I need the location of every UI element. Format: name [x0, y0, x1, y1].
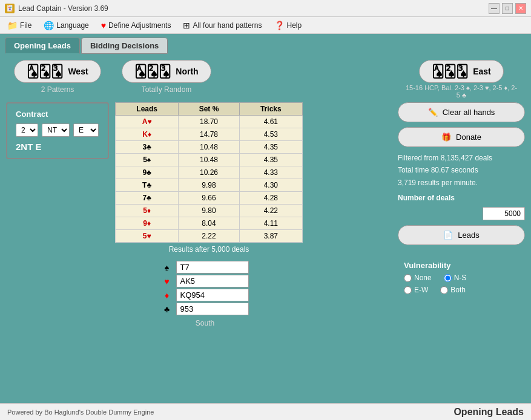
west-patterns: 2 Patterns: [41, 85, 74, 94]
vuln-ns-radio[interactable]: [444, 274, 452, 282]
south-clubs-row: ♣: [162, 303, 249, 315]
file-icon: 📁: [7, 21, 18, 30]
menu-language-label: Language: [56, 21, 88, 30]
title-bar: 🃏 Lead Captain - Version 3.69 — □ ✕: [0, 0, 531, 17]
set-pct-cell: 10.48: [179, 141, 239, 154]
number-of-deals-input[interactable]: [483, 207, 525, 220]
set-pct-cell: 9.98: [179, 179, 239, 192]
south-hearts-row: ♥: [162, 275, 249, 287]
menu-all-four-patterns[interactable]: ⊞ All four hand patterns: [178, 19, 266, 31]
lead-cell: 5♦: [116, 205, 179, 217]
table-row: T♣ 9.98 4.30: [116, 179, 303, 192]
contract-label: Contract: [16, 110, 48, 119]
lead-cell: 9♦: [116, 217, 179, 230]
vuln-both-radio[interactable]: [440, 286, 448, 294]
menu-adjustments-label: Define Adjustments: [108, 21, 171, 30]
donate-icon: 🎁: [441, 133, 451, 142]
footer-right-text: Opening Leads: [453, 407, 524, 418]
maximize-button[interactable]: □: [502, 3, 513, 14]
vuln-both-option[interactable]: Both: [440, 286, 466, 294]
main-content: 🂡🂢🂣 West 2 Patterns 🂡🂢🂣 North Totally Ra…: [0, 54, 531, 327]
west-cards-icon: 🂡🂢🂣: [27, 64, 63, 79]
menu-help-label: Help: [287, 21, 302, 30]
minimize-button[interactable]: —: [489, 3, 500, 14]
vuln-ew-label: E-W: [414, 286, 428, 294]
tricks-cell: 4.22: [239, 205, 302, 217]
north-label: North: [176, 67, 198, 76]
donate-button[interactable]: 🎁 Donate: [398, 127, 525, 147]
lead-cell: 5♥: [116, 230, 179, 243]
contract-direction-select[interactable]: N E S W: [73, 123, 99, 137]
set-pct-cell: 9.80: [179, 205, 239, 217]
vuln-ew-option[interactable]: E-W: [404, 286, 428, 294]
contract-level-select[interactable]: 1 2 3 4 5 6 7: [16, 123, 38, 137]
tricks-cell: 4.33: [239, 166, 302, 179]
leads-label: Leads: [458, 231, 479, 240]
south-diamonds-input[interactable]: [176, 289, 249, 301]
lead-cell: T♣: [116, 179, 179, 192]
clear-all-hands-button[interactable]: ✏️ Clear all hands: [398, 102, 525, 122]
table-container: Leads Set % Tricks A♥ 18.70 4.61 K♦ 14.7…: [115, 102, 303, 254]
menu-bar: 📁 File 🌐 Language ♥ Define Adjustments ⊞…: [0, 17, 531, 34]
club-symbol: ♣: [162, 304, 173, 314]
donate-label: Donate: [456, 133, 481, 142]
west-button[interactable]: 🂡🂢🂣 West: [14, 60, 101, 83]
set-pct-cell: 10.26: [179, 166, 239, 179]
south-spades-input[interactable]: [176, 261, 249, 274]
leads-button[interactable]: 📄 Leads: [398, 225, 525, 245]
tab-opening-leads[interactable]: Opening Leads: [5, 38, 80, 54]
spade-symbol: ♠: [162, 263, 173, 272]
vulnerability-label: Vulnerability: [404, 261, 519, 270]
menu-help[interactable]: ❓ Help: [269, 19, 307, 31]
north-button[interactable]: 🂡🂢🂣 North: [122, 60, 211, 83]
lead-cell: K♦: [116, 128, 179, 141]
menu-language[interactable]: 🌐 Language: [39, 19, 93, 31]
results-rate-text: 3,719 results per minute.: [398, 177, 525, 189]
table-row: 9♦ 8.04 4.11: [116, 217, 303, 230]
contract-suit-select[interactable]: ♣ ♦ ♥ ♠ NT: [42, 123, 70, 137]
tricks-cell: 4.30: [239, 179, 302, 192]
title-bar-controls: — □ ✕: [489, 3, 526, 14]
vuln-ns-option[interactable]: N-S: [444, 274, 467, 282]
vuln-none-option[interactable]: None: [404, 274, 432, 282]
south-label: South: [196, 319, 214, 327]
menu-file-label: File: [20, 21, 31, 30]
filtered-deals-text: Filtered from 8,135,427 deals: [398, 152, 525, 164]
col-leads-header: Leads: [116, 103, 179, 116]
help-icon: ❓: [274, 21, 285, 30]
lead-cell: 7♣: [116, 192, 179, 205]
menu-define-adjustments[interactable]: ♥ Define Adjustments: [96, 19, 176, 31]
menu-patterns-label: All four hand patterns: [193, 21, 262, 30]
south-hearts-input[interactable]: [176, 275, 249, 287]
vuln-none-radio[interactable]: [404, 274, 412, 282]
east-label: East: [473, 67, 491, 76]
south-clubs-input[interactable]: [176, 303, 249, 315]
deals-row: Number of deals: [398, 194, 525, 202]
table-row: 5♦ 9.80 4.22: [116, 205, 303, 217]
west-label: West: [68, 67, 88, 76]
hands-row: 🂡🂢🂣 West 2 Patterns 🂡🂢🂣 North Totally Ra…: [6, 60, 525, 99]
table-row: 7♣ 9.66 4.28: [116, 192, 303, 205]
heart-symbol: ♥: [162, 277, 173, 286]
close-button[interactable]: ✕: [515, 3, 526, 14]
middle-row: Contract 1 2 3 4 5 6 7 ♣ ♦ ♥: [6, 102, 525, 254]
clear-all-hands-label: Clear all hands: [443, 108, 495, 117]
table-row: A♥ 18.70 4.61: [116, 116, 303, 128]
menu-file[interactable]: 📁 File: [2, 19, 36, 31]
leads-icon: 📄: [443, 231, 453, 240]
col-set-header: Set %: [179, 103, 239, 116]
north-patterns: Totally Random: [142, 85, 192, 94]
south-section: ♠ ♥ ♦ ♣ South: [162, 261, 249, 327]
table-row: 5♥ 2.22 3.87: [116, 230, 303, 243]
east-button[interactable]: 🂡🂢🂣 East: [419, 60, 504, 83]
col-tricks-header: Tricks: [239, 103, 302, 116]
tricks-cell: 4.35: [239, 154, 302, 166]
app-icon: 🃏: [5, 4, 15, 13]
tab-bidding-decisions[interactable]: Bidding Decisions: [81, 38, 168, 54]
table-row: 5♠ 10.48 4.35: [116, 154, 303, 166]
total-time-text: Total time 80.67 seconds: [398, 164, 525, 176]
results-label: Results after 5,000 deals: [115, 245, 303, 254]
right-panel: ✏️ Clear all hands 🎁 Donate Filtered fro…: [398, 102, 525, 254]
vuln-ew-radio[interactable]: [404, 286, 412, 294]
east-cards-icon: 🂡🂢🂣: [432, 64, 468, 79]
